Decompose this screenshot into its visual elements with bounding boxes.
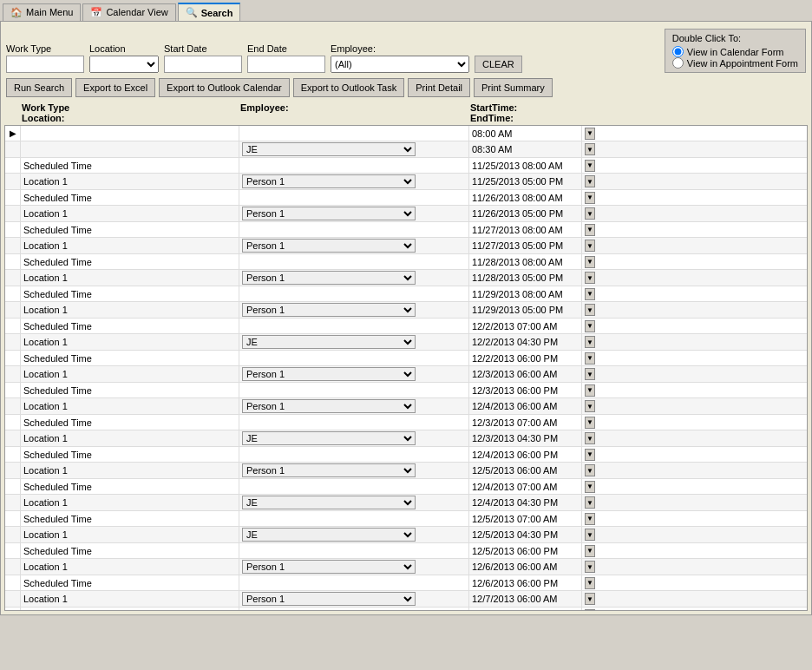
dblclick-option1-label[interactable]: View in Calendar Form [672,46,798,57]
employee-row-select[interactable]: JE [242,142,416,156]
dropdown-cell[interactable]: ▼ [582,527,598,542]
dropdown-cell[interactable]: ▼ [582,270,598,286]
run-search-button[interactable]: Run Search [6,78,72,97]
dropdown-cell[interactable]: ▼ [582,575,598,590]
employee-row-select[interactable]: Person 1 [242,560,416,574]
dropdown-cell[interactable]: ▼ [582,447,598,462]
dropdown-cell[interactable]: ▼ [582,430,598,446]
dropdown-cell[interactable]: ▼ [582,206,598,221]
dropdown-cell[interactable]: ▼ [582,238,598,253]
employee-cell[interactable]: Person 1 [239,398,469,414]
employee-cell[interactable]: Person 1 [239,238,469,253]
row-dropdown-button[interactable]: ▼ [585,384,595,397]
dropdown-cell[interactable]: ▼ [582,608,598,611]
row-dropdown-button[interactable]: ▼ [585,417,595,429]
clear-button[interactable]: CLEAR [475,56,522,73]
row-dropdown-button[interactable]: ▼ [585,400,595,412]
dropdown-cell[interactable]: ▼ [582,158,598,173]
employee-row-select[interactable]: Person 1 [242,174,416,188]
dropdown-cell[interactable]: ▼ [582,366,598,382]
dropdown-cell[interactable]: ▼ [582,463,598,478]
dblclick-option2-radio[interactable] [672,57,684,69]
employee-cell[interactable]: JE [239,334,469,350]
dropdown-cell[interactable]: ▼ [582,398,598,414]
tab-main-menu[interactable]: 🏠 Main Menu [3,3,81,21]
employee-row-select[interactable]: Person 1 [242,303,416,317]
row-dropdown-button[interactable]: ▼ [585,513,595,525]
tab-search[interactable]: 🔍 Search [178,3,241,21]
dropdown-cell[interactable]: ▼ [582,190,598,205]
dblclick-option2-label[interactable]: View in Appointment Form [672,57,798,69]
dblclick-option1-radio[interactable] [672,46,684,57]
row-dropdown-button[interactable]: ▼ [585,256,595,268]
employee-cell[interactable]: Person 1 [239,463,469,478]
dropdown-cell[interactable]: ▼ [582,174,598,189]
work-type-input[interactable] [6,56,84,73]
row-dropdown-button[interactable]: ▼ [585,561,595,573]
tab-calendar-view[interactable]: 📅 Calendar View [82,3,175,21]
employee-row-select[interactable]: Person 1 [242,271,416,285]
employee-cell[interactable]: Person 1 [239,302,469,318]
row-dropdown-button[interactable]: ▼ [585,192,595,204]
dropdown-cell[interactable]: ▼ [582,254,598,269]
employee-row-select[interactable]: JE [242,528,416,542]
dropdown-cell[interactable]: ▼ [582,559,598,575]
row-dropdown-button[interactable]: ▼ [585,160,595,172]
dropdown-cell[interactable]: ▼ [582,222,598,237]
dropdown-cell[interactable]: ▼ [582,383,598,397]
dropdown-cell[interactable]: ▼ [582,415,598,430]
employee-cell[interactable]: JE [239,430,469,446]
end-date-input[interactable] [247,56,325,73]
export-outlook-task-button[interactable]: Export to Outlook Task [293,78,404,97]
print-detail-button[interactable]: Print Detail [408,78,470,97]
row-dropdown-button[interactable]: ▼ [585,320,595,332]
employee-select[interactable]: (All) [331,56,469,73]
row-dropdown-button[interactable]: ▼ [585,609,595,612]
row-dropdown-button[interactable]: ▼ [585,481,595,493]
employee-cell[interactable]: JE [239,141,469,157]
dropdown-cell[interactable]: ▼ [582,543,598,558]
row-dropdown-button[interactable]: ▼ [585,352,595,365]
employee-cell[interactable]: JE [239,495,469,510]
employee-cell[interactable]: Person 1 [239,366,469,382]
row-dropdown-button[interactable]: ▼ [585,288,595,300]
employee-row-select[interactable]: Person 1 [242,207,416,220]
row-dropdown-button[interactable]: ▼ [585,175,595,187]
dropdown-cell[interactable]: ▼ [582,351,598,365]
dropdown-cell[interactable]: ▼ [582,479,598,494]
employee-cell[interactable]: Person 1 [239,559,469,575]
employee-row-select[interactable]: JE [242,431,416,445]
row-dropdown-button[interactable]: ▼ [585,545,595,557]
row-dropdown-button[interactable]: ▼ [585,304,595,316]
dropdown-cell[interactable]: ▼ [582,302,598,318]
employee-cell[interactable]: Person 1 [239,270,469,286]
row-dropdown-button[interactable]: ▼ [585,529,595,541]
row-dropdown-button[interactable]: ▼ [585,240,595,252]
row-dropdown-button[interactable]: ▼ [585,593,595,605]
print-summary-button[interactable]: Print Summary [474,78,553,97]
dropdown-cell[interactable]: ▼ [582,319,598,333]
start-date-input[interactable] [164,56,242,73]
dropdown-cell[interactable]: ▼ [582,511,598,526]
row-dropdown-button[interactable]: ▼ [585,336,595,348]
row-dropdown-button[interactable]: ▼ [585,464,595,476]
export-excel-button[interactable]: Export to Excel [75,78,155,97]
row-dropdown-button[interactable]: ▼ [585,432,595,444]
row-dropdown-button[interactable]: ▼ [585,368,595,380]
employee-row-select[interactable]: JE [242,496,416,509]
dropdown-cell[interactable]: ▼ [582,591,598,607]
dropdown-cell[interactable]: ▼ [582,334,598,350]
employee-row-select[interactable]: Person 1 [242,239,416,253]
row-dropdown-button[interactable]: ▼ [585,577,595,589]
dropdown-cell[interactable]: ▼ [582,495,598,510]
employee-row-select[interactable]: Person 1 [242,463,416,477]
location-select[interactable] [89,56,159,73]
employee-row-select[interactable]: Person 1 [242,367,416,381]
row-dropdown-button[interactable]: ▼ [585,224,595,236]
row-dropdown-button[interactable]: ▼ [585,496,595,509]
employee-row-select[interactable]: Person 1 [242,592,416,606]
grid-container[interactable]: ▶08:00 AM▼JE08:30 AM▼Scheduled Time11/25… [4,125,808,611]
dropdown-cell[interactable]: ▼ [582,286,598,301]
row-dropdown-button[interactable]: ▼ [585,449,595,461]
export-outlook-cal-button[interactable]: Export to Outlook Calendar [159,78,290,97]
